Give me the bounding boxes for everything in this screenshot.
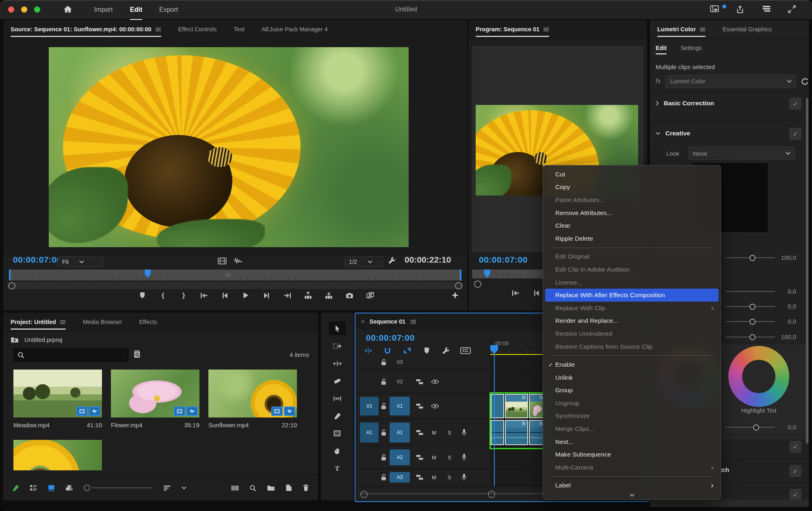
mute-button[interactable]: M <box>432 454 436 460</box>
find-in-bin-icon[interactable] <box>133 350 141 358</box>
solo-button[interactable]: S <box>448 429 451 435</box>
menu-item[interactable]: Replace With Clip <box>545 302 719 315</box>
menu-item[interactable]: Restore Captions from Source Clip <box>545 340 719 353</box>
Flower.mp4[interactable]: Flower.mp435:19 <box>111 370 199 428</box>
source-playhead[interactable] <box>145 270 151 278</box>
lock-icon[interactable] <box>381 454 387 461</box>
snap-icon[interactable] <box>363 347 373 354</box>
tab-aejuice[interactable]: AEJuice Pack Manager 4 <box>262 20 328 39</box>
section-creative[interactable]: Creative <box>656 130 690 137</box>
sync-lock-icon[interactable] <box>416 474 424 481</box>
source-video-frame[interactable] <box>49 47 409 247</box>
goto-in-button[interactable] <box>511 290 521 296</box>
menu-item[interactable]: Clear <box>545 219 719 232</box>
new-bin-icon[interactable] <box>267 485 275 491</box>
track-target-a3[interactable]: A3 <box>390 472 410 483</box>
share-icon[interactable] <box>736 5 744 13</box>
tab-essential-graphics[interactable]: Essential Graphics <box>723 20 772 39</box>
lumetri-scrollbar[interactable] <box>806 98 808 444</box>
source-zoom-select[interactable]: Fit <box>58 257 104 267</box>
voiceover-record-icon[interactable] <box>461 474 467 481</box>
look-select[interactable]: None <box>689 147 795 160</box>
menu-item[interactable]: Edit Original <box>545 250 719 263</box>
tab-media-browser[interactable]: Media Browser <box>83 313 122 331</box>
panel-menu-icon[interactable] <box>60 320 66 324</box>
reset-icon[interactable] <box>801 78 809 85</box>
menu-item[interactable]: License... <box>545 276 719 289</box>
voiceover-record-icon[interactable] <box>461 428 467 436</box>
program-zoom-handle[interactable] <box>474 281 481 288</box>
track-header-a1[interactable]: A1 A1 M S <box>355 419 490 446</box>
magnet-icon[interactable] <box>382 347 393 354</box>
tab-effect-controls[interactable]: Effect Controls <box>178 20 217 39</box>
tab-effects[interactable]: Effects <box>139 313 157 331</box>
effect-select[interactable]: Lumetri Color <box>665 75 796 88</box>
goto-in-button[interactable] <box>199 292 209 299</box>
automate-to-sequence-icon[interactable] <box>231 485 239 491</box>
menu-item[interactable]: Make Subsequence <box>545 448 719 461</box>
playback-resolution-select[interactable]: 1/2 <box>344 257 383 267</box>
menu-item[interactable]: Label <box>545 479 719 492</box>
close-panel-icon[interactable]: × <box>361 318 364 325</box>
search-input[interactable] <box>13 348 128 361</box>
slip-tool[interactable] <box>329 391 346 405</box>
icon-view-icon[interactable] <box>48 485 55 491</box>
sync-lock-icon[interactable] <box>416 429 424 435</box>
subtab-settings[interactable]: Settings <box>680 40 702 56</box>
writable-pen-icon[interactable] <box>12 485 19 491</box>
menu-scroll-down-icon[interactable] <box>543 492 721 498</box>
lock-icon[interactable] <box>381 403 387 410</box>
track-target-v1[interactable]: V1 <box>390 397 410 415</box>
program-playhead[interactable] <box>484 270 490 278</box>
lumetri-slider[interactable]: 0,0 <box>725 289 799 294</box>
sort-chevron-icon[interactable] <box>182 486 186 489</box>
lumetri-slider[interactable]: 100,0 <box>725 334 799 340</box>
hsl-secondary-checkbox[interactable]: ✓ <box>790 489 801 500</box>
sync-lock-icon[interactable] <box>416 378 424 385</box>
menu-item[interactable]: Copy <box>545 181 719 194</box>
razor-tool[interactable] <box>329 374 346 388</box>
highlight-tint-wheel[interactable] <box>728 346 789 407</box>
panel-menu-icon[interactable] <box>410 320 416 324</box>
track-header-a2[interactable]: A2 M S <box>355 446 490 469</box>
thumbnail-zoom-slider[interactable] <box>84 485 153 491</box>
freeform-view-icon[interactable] <box>65 485 73 491</box>
panel-menu-icon[interactable] <box>543 27 549 32</box>
track-header-v2[interactable]: V2 <box>355 370 490 394</box>
lock-icon[interactable] <box>381 378 387 385</box>
drag-audio-icon[interactable] <box>233 257 243 264</box>
tab-sequence[interactable]: Sequence 01 <box>369 318 405 325</box>
tab-lumetri-color[interactable]: Lumetri Color <box>657 20 706 39</box>
add-marker-icon[interactable] <box>421 347 432 354</box>
track-header-v1[interactable]: V1 V1 <box>355 394 490 419</box>
lumetri-slider[interactable]: 0,0 <box>725 319 799 324</box>
sync-lock-icon[interactable] <box>416 403 424 409</box>
type-tool[interactable]: T <box>329 461 346 475</box>
basic-correction-checkbox[interactable]: ✓ <box>790 98 801 109</box>
Sunflower.mp4[interactable]: Sunflower.mp422:10 <box>208 370 297 428</box>
solo-button[interactable]: S <box>448 474 451 481</box>
list-view-icon[interactable] <box>30 485 37 491</box>
menu-item[interactable]: Ripple Delete <box>545 232 719 245</box>
panel-menu-icon[interactable] <box>699 27 706 32</box>
subtab-edit[interactable]: Edit <box>656 40 667 56</box>
hand-tool[interactable] <box>329 444 346 458</box>
step-back-button[interactable] <box>532 290 541 296</box>
workspaces-icon[interactable] <box>762 5 771 12</box>
rectangle-tool[interactable] <box>329 426 346 440</box>
voiceover-record-icon[interactable] <box>461 453 467 461</box>
lock-icon[interactable] <box>381 429 387 436</box>
drag-video-icon[interactable] <box>218 257 227 265</box>
goto-out-button[interactable] <box>282 292 292 299</box>
lock-icon[interactable] <box>381 359 387 366</box>
menu-item[interactable]: Unlink <box>545 371 719 384</box>
menu-item[interactable]: Replace With After Effects Composition <box>545 289 719 302</box>
Meadow.mp4[interactable]: Meadow.mp441:10 <box>13 370 102 428</box>
track-header-a3[interactable]: A3 M S <box>355 469 490 486</box>
mute-button[interactable]: M <box>432 474 436 481</box>
creative-checkbox[interactable]: ✓ <box>790 128 801 139</box>
fullscreen-icon[interactable] <box>788 5 796 13</box>
menu-item[interactable]: Multi-Camera <box>545 461 719 474</box>
delete-icon[interactable] <box>303 484 309 491</box>
ripple-edit-tool[interactable] <box>329 357 346 370</box>
